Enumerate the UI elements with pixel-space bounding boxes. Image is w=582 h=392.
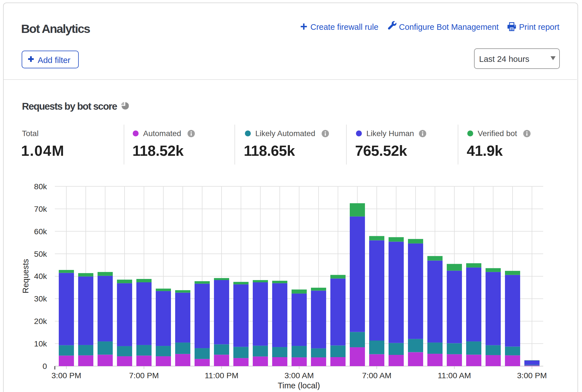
svg-text:0: 0 xyxy=(42,362,47,371)
svg-text:70k: 70k xyxy=(34,204,47,213)
svg-text:11:00 AM: 11:00 AM xyxy=(438,371,471,380)
svg-text:10k: 10k xyxy=(34,339,47,348)
svg-text:30k: 30k xyxy=(34,294,47,303)
svg-text:60k: 60k xyxy=(34,227,47,236)
svg-text:11:00 PM: 11:00 PM xyxy=(205,371,238,380)
svg-text:80k: 80k xyxy=(34,182,47,191)
svg-text:3:00 AM: 3:00 AM xyxy=(285,371,314,380)
svg-text:50k: 50k xyxy=(34,249,47,258)
svg-text:Requests: Requests xyxy=(21,259,30,294)
svg-text:20k: 20k xyxy=(34,317,47,326)
svg-text:Time (local): Time (local) xyxy=(278,381,320,390)
svg-text:40k: 40k xyxy=(34,272,47,281)
svg-text:3:00 PM: 3:00 PM xyxy=(517,371,547,380)
svg-text:7:00 AM: 7:00 AM xyxy=(362,371,392,380)
svg-text:3:00 PM: 3:00 PM xyxy=(51,371,81,380)
svg-text:7:00 PM: 7:00 PM xyxy=(129,371,159,380)
